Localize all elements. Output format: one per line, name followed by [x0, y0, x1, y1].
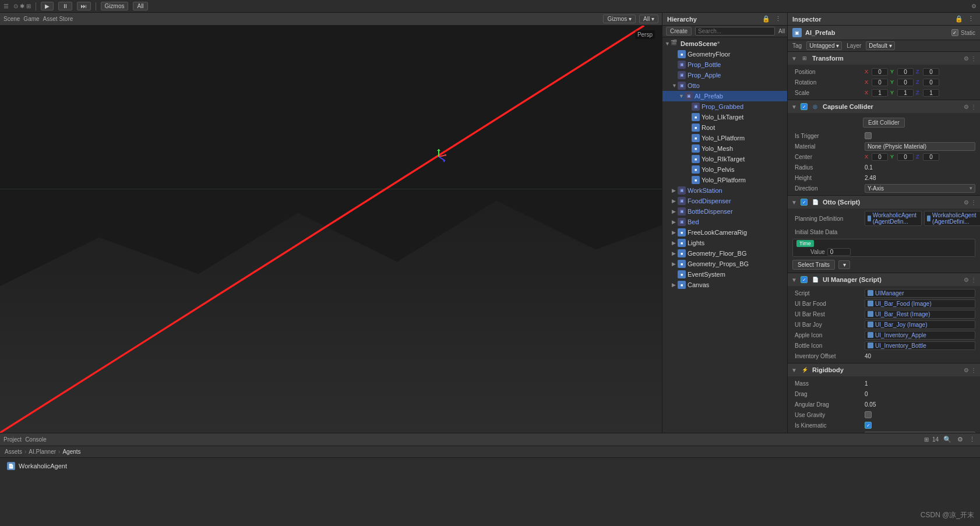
otto-script-more-btn[interactable]: ⋮	[971, 199, 977, 206]
otto-script-header[interactable]: ▼ 📄 Otto (Script) ⚙ ⋮	[788, 196, 980, 209]
center-y-val[interactable]: 0	[897, 153, 914, 161]
otto-script-checkbox[interactable]	[801, 199, 808, 206]
layer-dropdown[interactable]: Default ▾	[866, 41, 894, 50]
static-toggle[interactable]: Static	[951, 29, 975, 36]
direction-dropdown[interactable]: Y-Axis ▾	[865, 184, 975, 193]
hierarchy-item-geometryfloor[interactable]: ■ GeometryFloor	[662, 49, 787, 59]
height-value[interactable]: 2.48	[865, 175, 975, 181]
hierarchy-item-otto[interactable]: ▼ ▣ Otto	[662, 80, 787, 91]
apple-icon-ref[interactable]: UI_Inventory_Apple	[865, 331, 975, 340]
rigidbody-settings-btn[interactable]: ⚙	[964, 367, 969, 373]
bottom-settings-btn[interactable]: ⚙	[956, 436, 964, 443]
inspector-lock-btn[interactable]: 🔒	[954, 15, 964, 23]
bottom-tab-project[interactable]: Project	[3, 436, 22, 443]
hierarchy-item-geo-props-bg[interactable]: ▶ ■ Geometry_Props_BG	[662, 259, 787, 269]
hierarchy-search-input[interactable]	[695, 27, 775, 36]
material-dropdown[interactable]: None (Physic Material)	[865, 142, 975, 151]
hierarchy-item-demoscene[interactable]: ▼ 🎬 DemoScene*	[662, 38, 787, 49]
inspector-more-btn[interactable]: ⋮	[967, 15, 975, 23]
inventory-offset-value[interactable]: 40	[865, 353, 975, 359]
hierarchy-item-canvas[interactable]: ▶ ■ Canvas	[662, 280, 787, 290]
center-x-val[interactable]: 0	[872, 153, 888, 161]
is-kinematic-checkbox[interactable]	[865, 422, 872, 429]
all-btn[interactable]: All	[133, 2, 147, 10]
bottom-tab-console[interactable]: Console	[25, 436, 47, 443]
hierarchy-item-lights[interactable]: ▶ ■ Lights	[662, 238, 787, 248]
edit-collider-btn[interactable]: Edit Collider	[863, 118, 905, 128]
static-checkbox[interactable]	[951, 29, 958, 36]
ui-mgr-settings-btn[interactable]: ⚙	[964, 277, 969, 283]
transform-more-btn[interactable]: ⋮	[971, 55, 977, 62]
breadcrumb-ai-planner[interactable]: AI.Planner	[29, 449, 56, 455]
bottle-icon-ref[interactable]: UI_Inventory_Bottle	[865, 341, 975, 350]
rot-x-val[interactable]: 0	[872, 79, 888, 86]
rot-y-val[interactable]: 0	[897, 79, 914, 86]
scale-z-val[interactable]: 1	[923, 89, 939, 97]
traits-dropdown[interactable]: ▾	[838, 260, 850, 269]
transform-settings-btn[interactable]: ⚙	[964, 55, 969, 62]
scale-x-val[interactable]: 1	[872, 89, 888, 97]
breadcrumb-assets[interactable]: Assets	[5, 449, 22, 455]
hierarchy-item-root[interactable]: ■ Root	[662, 122, 787, 133]
scene-gizmos-btn[interactable]: Gizmos ▾	[603, 15, 636, 23]
ui-mgr-more-btn[interactable]: ⋮	[971, 277, 977, 283]
hierarchy-item-prop-bottle[interactable]: ▣ Prop_Bottle	[662, 59, 787, 70]
hierarchy-item-prop-apple[interactable]: ▣ Prop_Apple	[662, 70, 787, 80]
inspector-scroll[interactable]: ▼ ⊞ Transform ⚙ ⋮ Position	[788, 52, 980, 433]
breadcrumb-agents[interactable]: Agents	[62, 449, 80, 455]
pos-z-val[interactable]: 0	[923, 68, 939, 76]
planning-def-val1[interactable]: WorkaholicAgent (AgentDefin...	[865, 211, 922, 226]
hierarchy-item-yolo-rplatform[interactable]: ■ Yolo_RPlatform	[662, 175, 787, 185]
hierarchy-item-geo-floor-bg[interactable]: ▶ ■ Geometry_Floor_BG	[662, 248, 787, 259]
hierarchy-create-btn[interactable]: Create	[666, 27, 692, 36]
step-btn[interactable]: ⏭	[77, 2, 91, 10]
hierarchy-item-fooddispenser[interactable]: ▶ ▣ FoodDispenser	[662, 196, 787, 206]
ui-manager-header[interactable]: ▼ 📄 UI Manager (Script) ⚙ ⋮	[788, 273, 980, 286]
center-z-val[interactable]: 0	[923, 153, 939, 161]
scene-canvas[interactable]: Persp	[0, 26, 662, 433]
hierarchy-item-freelookcam[interactable]: ▶ ■ FreeLookCameraRig	[662, 227, 787, 238]
is-trigger-checkbox[interactable]	[865, 132, 872, 139]
bottom-search-btn[interactable]: 🔍	[942, 436, 953, 443]
pos-y-val[interactable]: 0	[897, 68, 914, 76]
hierarchy-item-eventsystem[interactable]: ■ EventSystem	[662, 269, 787, 280]
hierarchy-item-yolo-liktarget[interactable]: ■ Yolo_LIkTarget	[662, 112, 787, 122]
tag-dropdown[interactable]: Untagged ▾	[806, 41, 842, 50]
value-field[interactable]: 0	[827, 248, 851, 256]
radius-value[interactable]: 0.1	[865, 164, 975, 171]
pos-x-val[interactable]: 0	[872, 68, 888, 76]
hierarchy-item-bed[interactable]: ▶ ▣ Bed	[662, 217, 787, 227]
hierarchy-item-yolo-riktarget[interactable]: ■ Yolo_RIkTarget	[662, 154, 787, 164]
play-btn[interactable]: ▶	[41, 2, 54, 10]
use-gravity-checkbox[interactable]	[865, 411, 872, 418]
hierarchy-item-yolo-lplatform[interactable]: ■ Yolo_LPlatform	[662, 133, 787, 143]
transform-header[interactable]: ▼ ⊞ Transform ⚙ ⋮	[788, 52, 980, 65]
ui-manager-checkbox[interactable]	[801, 276, 808, 283]
mass-value[interactable]: 1	[865, 380, 975, 387]
ui-bar-food-ref[interactable]: UI_Bar_Food (Image)	[865, 299, 975, 308]
capsule-checkbox[interactable]	[801, 103, 808, 110]
rigidbody-more-btn[interactable]: ⋮	[971, 367, 977, 373]
hierarchy-item-yolo-mesh[interactable]: ■ Yolo_Mesh	[662, 143, 787, 154]
pause-btn[interactable]: ⏸	[58, 2, 72, 10]
ui-bar-rest-ref[interactable]: UI_Bar_Rest (Image)	[865, 310, 975, 319]
capsule-header[interactable]: ▼ ◎ Capsule Collider ⚙ ⋮	[788, 100, 980, 113]
drag-value[interactable]: 0	[865, 391, 975, 397]
capsule-settings-btn[interactable]: ⚙	[964, 104, 969, 110]
gizmos-btn[interactable]: Gizmos	[101, 2, 129, 10]
hierarchy-item-workstation[interactable]: ▶ ▣ WorkStation	[662, 185, 787, 196]
hierarchy-item-ai-prefab[interactable]: ▼ ▣ AI_Prefab	[662, 91, 787, 101]
scene-all-btn[interactable]: All ▾	[639, 15, 658, 23]
hierarchy-item-bottledispenser[interactable]: ▶ ▣ BottleDispenser	[662, 206, 787, 217]
scale-y-val[interactable]: 1	[897, 89, 914, 97]
asset-store-tab[interactable]: Asset Store	[43, 16, 73, 22]
select-traits-btn[interactable]: Select Traits	[792, 260, 835, 270]
hierarchy-more-btn[interactable]: ⋮	[774, 15, 782, 23]
game-tab[interactable]: Game	[23, 16, 39, 22]
hierarchy-item-prop-grabbed[interactable]: ▣ Prop_Grabbed	[662, 101, 787, 112]
capsule-more-btn[interactable]: ⋮	[971, 104, 977, 110]
ui-bar-joy-ref[interactable]: UI_Bar_Joy (Image)	[865, 320, 975, 329]
ui-script-ref[interactable]: UIManager	[865, 289, 975, 298]
rigidbody-header[interactable]: ▼ ⚡ Rigidbody ⚙ ⋮	[788, 363, 980, 376]
angular-drag-value[interactable]: 0.05	[865, 401, 975, 408]
